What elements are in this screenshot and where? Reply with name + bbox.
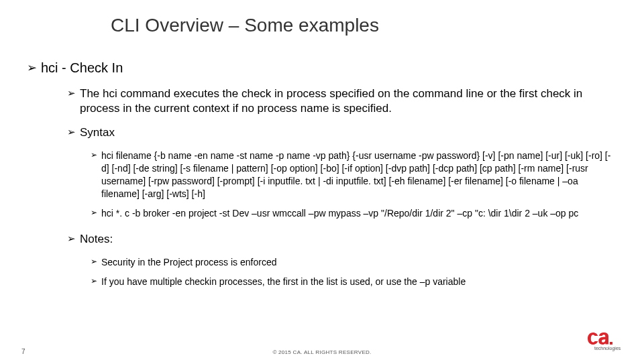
bullet-level2-desc: ➢ The hci command executes the check in … [67,86,617,116]
arrow-icon: ➢ [91,257,97,265]
copyright-text: © 2015 CA. ALL RIGHTS RESERVED. [0,349,644,355]
bullet-text: hci filename {-b name -en name -st name … [101,149,617,200]
svg-rect-0 [610,342,612,345]
bullet-text: Security in the Project process is enfor… [101,256,276,269]
arrow-icon: ➢ [27,62,37,74]
bullet-text: hci *. c -b broker -en project -st Dev –… [101,207,578,220]
bullet-level3-note2: ➢ If you have multiple checkin processes… [91,276,617,288]
arrow-icon: ➢ [67,127,76,137]
slide-footer: 7 © 2015 CA. ALL RIGHTS RESERVED. techno… [0,342,644,355]
arrow-icon: ➢ [91,151,97,159]
content-area: ➢ hci - Check In ➢ The hci command execu… [27,60,617,295]
bullet-text: hci - Check In [41,60,123,76]
bullet-level3-syntax1: ➢ hci filename {-b name -en name -st nam… [91,149,617,200]
bullet-text: The hci command executes the check in pr… [80,86,617,116]
bullet-level3-syntax2: ➢ hci *. c -b broker -en project -st Dev… [91,207,617,220]
bullet-text: Notes: [80,232,113,247]
arrow-icon: ➢ [67,233,76,243]
ca-technologies-logo: technologies [588,333,624,351]
arrow-icon: ➢ [67,88,76,98]
bullet-text: Syntax [80,125,115,140]
logo-subtext: technologies [594,346,621,351]
arrow-icon: ➢ [91,208,97,217]
bullet-level2-notes: ➢ Notes: [67,232,617,247]
bullet-text: If you have multiple checkin processes, … [101,276,466,288]
bullet-level2-syntax: ➢ Syntax [67,125,617,140]
slide: { "title": "CLI Overview – Some examples… [0,0,644,362]
slide-title: CLI Overview – Some examples [111,15,379,36]
bullet-level3-note1: ➢ Security in the Project process is enf… [91,256,617,269]
bullet-level1-hci: ➢ hci - Check In [27,60,617,76]
arrow-icon: ➢ [91,277,97,285]
